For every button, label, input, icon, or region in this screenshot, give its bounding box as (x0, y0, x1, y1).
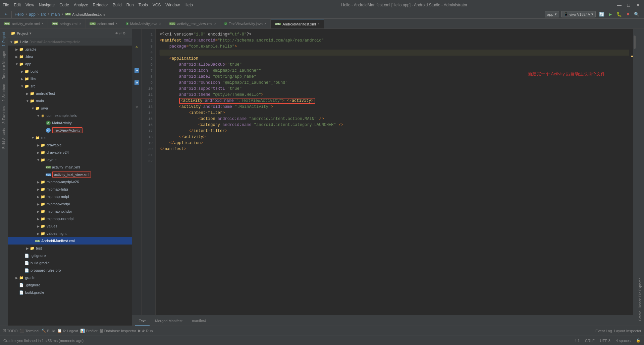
tree-drawable-v24[interactable]: ▶ 📁 drawable-v24 (8, 149, 132, 156)
event-log-btn[interactable]: Event Log (595, 329, 612, 333)
tab-close-textviewactivity[interactable]: × (264, 22, 266, 25)
tree-idea[interactable]: ▶ 📁 .idea (8, 53, 132, 60)
maximize-button[interactable]: □ (625, 2, 632, 8)
vtab-structure[interactable]: 2: Structure (1, 82, 7, 104)
device-selector[interactable]: 📱 vivo V1824A ▾ (561, 11, 596, 17)
vtab-project[interactable]: 1: Project (1, 30, 7, 48)
panel-add-btn[interactable]: ⊕ (115, 31, 118, 36)
tab-text[interactable]: Text (135, 317, 150, 326)
tree-mipmap-hdpi[interactable]: ▶ 📁 mipmap-hdpi (8, 186, 132, 193)
db-inspector-btn[interactable]: 🗄 Database Inspector (100, 329, 136, 333)
tab-mainactivity[interactable]: J MainActivity.java × (122, 19, 165, 29)
close-button[interactable]: ✕ (635, 2, 641, 8)
minimize-button[interactable]: — (616, 2, 623, 8)
tree-layout[interactable]: ▼ 📁 layout (8, 156, 132, 163)
menu-help[interactable]: Help (184, 3, 193, 7)
panel-gear-btn[interactable]: ⚙ (123, 31, 125, 36)
tree-textviewactivity[interactable]: C TextViewActivity (8, 127, 132, 134)
tree-gradle[interactable]: ▶ 📁 .gradle (8, 46, 132, 53)
tab-close-strings[interactable]: × (79, 22, 81, 25)
search-button[interactable]: 🔍 (633, 11, 641, 18)
tree-mipmap-mdpi[interactable]: ▶ 📁 mipmap-mdpi (8, 193, 132, 200)
tree-proguard[interactable]: 📄 proguard-rules.pro (8, 267, 132, 274)
tree-test[interactable]: ▶ 📁 test (8, 245, 132, 252)
tree-activity-main-xml[interactable]: XML activity_main.xml (8, 163, 132, 171)
menu-code[interactable]: Code (59, 3, 69, 7)
layout-inspector-btn[interactable]: Layout Inspector (614, 329, 641, 333)
tree-mainactivity[interactable]: C MainActivity (8, 119, 132, 127)
breadcrumb-hello[interactable]: Hello (14, 12, 23, 17)
tree-activity-text-view-xml[interactable]: XML activity_text_view.xml (8, 171, 132, 178)
line-ending[interactable]: CRLF (585, 339, 595, 343)
breadcrumb-src[interactable]: src (41, 12, 46, 17)
tab-close-activity-text-view[interactable]: × (214, 22, 216, 25)
terminal-btn[interactable]: ⬛ Terminal (20, 329, 40, 333)
tree-root[interactable]: ▼ 📁 Hello D:\install\Android\Androidwp\H… (8, 38, 132, 46)
tab-close-colors[interactable]: × (116, 22, 118, 25)
run-btn[interactable]: ▶ 4: Run (138, 329, 153, 333)
code-content[interactable]: <?xml version="1.0" encoding="utf-8"?> <… (156, 29, 633, 315)
menu-view[interactable]: View (25, 3, 34, 7)
panel-minimize-btn[interactable]: — (127, 31, 129, 36)
tab-androidmanifest[interactable]: XML AndroidManifest.xml × (271, 19, 324, 29)
code-editor[interactable]: ⚠ 🏔 🏔 (132, 29, 636, 315)
breadcrumb-manifest[interactable]: XML AndroidManifest.xml (65, 12, 106, 16)
logcat-btn[interactable]: 📋 6: Logcat (57, 329, 78, 333)
tree-java[interactable]: ▼ 📁 java (8, 105, 132, 112)
tree-src[interactable]: ▼ 📁 src (8, 82, 132, 90)
vertical-scrollbar[interactable] (633, 29, 636, 315)
tab-close-activity-main[interactable]: × (42, 22, 44, 25)
app-selector[interactable]: app ▾ (545, 11, 559, 17)
menu-file[interactable]: File (3, 3, 9, 7)
indent[interactable]: 4 spaces (616, 339, 631, 343)
breadcrumb-app[interactable]: app (29, 12, 36, 17)
tree-gitignore-app[interactable]: 📄 .gitignore (8, 252, 132, 259)
menu-window[interactable]: Window (165, 3, 180, 7)
tree-build[interactable]: ▶ 📁 build (8, 68, 132, 75)
breadcrumb-main[interactable]: main (51, 12, 60, 17)
tree-build-gradle-app[interactable]: 📄 build.gradle (8, 259, 132, 267)
tree-mipmap-xxhdpi[interactable]: ▶ 📁 mipmap-xxhdpi (8, 208, 132, 215)
tab-activity-main[interactable]: XML activity_main.xml × (0, 19, 48, 29)
menu-bar[interactable]: File Edit View Navigate Code Analyze Ref… (3, 3, 193, 7)
side-label-gradle[interactable]: Gradle (638, 309, 643, 322)
run-button[interactable]: ▶ (608, 11, 613, 18)
tree-package[interactable]: ▼ ◉ com.example.hello (8, 112, 132, 119)
side-label-device-file[interactable]: Device File Explorer (638, 277, 643, 309)
tree-libs[interactable]: ▶ 📁 libs (8, 75, 132, 82)
menu-vcs[interactable]: VCS (153, 3, 161, 7)
menu-refactor[interactable]: Refactor (93, 3, 108, 7)
tree-androidtest[interactable]: ▶ 📁 androidTest (8, 90, 132, 97)
back-button[interactable]: ⬅ (3, 11, 9, 18)
tree-values[interactable]: ▶ 📁 values (8, 222, 132, 230)
tree-values-night[interactable]: ▶ 📁 values-night (8, 230, 132, 237)
encoding[interactable]: UTF-8 (600, 339, 610, 343)
menu-navigate[interactable]: Navigate (39, 3, 55, 7)
tree-mipmap-xhdpi[interactable]: ▶ 📁 mipmap-xhdpi (8, 200, 132, 208)
debug-button[interactable]: 🐛 (615, 11, 623, 18)
vtab-bookmarks[interactable]: 2: Favorites (1, 104, 7, 126)
tree-mipmap-xxxhdpi[interactable]: ▶ 📁 mipmap-xxxhdpi (8, 215, 132, 222)
sync-button[interactable]: 🔄 (598, 11, 606, 18)
tab-merged-manifest[interactable]: Merged Manifest (151, 317, 186, 326)
stop-button[interactable]: ■ (625, 11, 631, 17)
cursor-position[interactable]: 4:1 (575, 339, 580, 343)
tree-androidmanifest[interactable]: XML AndroidManifest.xml (8, 237, 132, 245)
panel-sync-btn[interactable]: ⇄ (119, 31, 121, 36)
tab-close-mainactivity[interactable]: × (159, 22, 161, 25)
tab-textviewactivity[interactable]: J TextViewActivity.java × (220, 19, 270, 29)
menu-build[interactable]: Build (113, 3, 122, 7)
profiler-btn[interactable]: 📊 Profiler (80, 329, 98, 333)
scrollbar-thumb[interactable] (634, 36, 636, 49)
build-btn[interactable]: 🔨 Build (41, 329, 55, 333)
menu-tools[interactable]: Tools (139, 3, 148, 7)
vtab-resource-manager[interactable]: Resource Manager (1, 49, 7, 81)
menu-edit[interactable]: Edit (14, 3, 21, 7)
tree-gitignore-root[interactable]: 📄 .gitignore (8, 281, 132, 289)
tree-app[interactable]: ▼ 📁 app (8, 60, 132, 68)
window-controls[interactable]: — □ ✕ (616, 2, 641, 8)
menu-analyze[interactable]: Analyze (74, 3, 88, 7)
tab-activity-text-view[interactable]: XML activity_text_view.xml × (165, 19, 220, 29)
tab-colors[interactable]: XML colors.xml × (86, 19, 122, 29)
tree-drawable[interactable]: ▶ 📁 drawable (8, 141, 132, 149)
